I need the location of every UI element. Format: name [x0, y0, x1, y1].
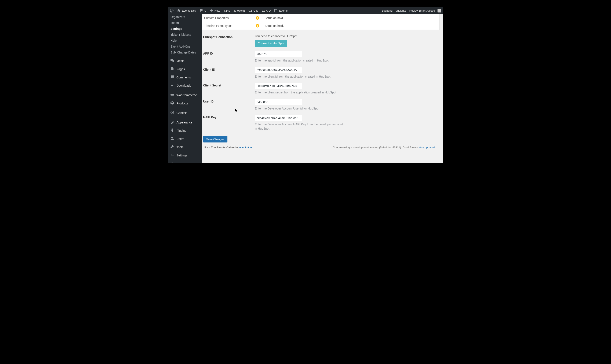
queries[interactable]: 2,377Q — [260, 7, 272, 14]
sidebar-item-label: Users — [177, 137, 184, 141]
client-id-input[interactable] — [255, 67, 302, 73]
svg-rect-2 — [171, 94, 174, 96]
user-id-label: User ID — [203, 99, 255, 111]
sidebar-item-pages[interactable]: Pages — [168, 65, 202, 73]
status-row-custom-properties: Custom Properties ! Setup on hold. — [202, 14, 439, 22]
suspend-transients[interactable]: Suspend Transients — [380, 7, 408, 14]
status-table: Custom Properties ! Setup on hold. Timel… — [202, 14, 440, 30]
new-content-link[interactable]: New — [208, 7, 222, 14]
user-id-help: Enter the Developer Account User id for … — [255, 106, 346, 111]
stay-updated-link[interactable]: stay updated — [419, 146, 434, 149]
downloads-icon — [170, 83, 174, 88]
sidebar-item-downloads[interactable]: Downloads — [168, 81, 202, 90]
new-label: New — [215, 9, 220, 12]
admin-sidebar: OrganizersImportSettingsTicket Fieldsets… — [168, 14, 202, 163]
status-label: Custom Properties — [204, 16, 256, 20]
app-id-label: APP ID — [203, 51, 255, 63]
avatar — [437, 9, 441, 13]
tools-icon — [170, 144, 174, 149]
comments-icon — [170, 75, 174, 80]
sidebar-item-settings[interactable]: Settings — [168, 151, 202, 159]
genesis-icon — [170, 110, 174, 115]
sidebar-item-comments[interactable]: Comments — [168, 73, 202, 81]
site-home-link[interactable]: Events Dev — [175, 7, 198, 14]
products-icon — [170, 101, 174, 106]
sidebar-item-label: Settings — [177, 154, 187, 157]
sidebar-item-label: WooCommerce — [177, 93, 197, 97]
sidebar-item-label: Appearance — [177, 121, 192, 124]
sidebar-item-genesis[interactable]: Genesis — [168, 109, 202, 117]
site-name: Events Dev — [182, 9, 196, 12]
client-secret-help: Enter the client secret from the applica… — [255, 91, 346, 95]
sidebar-item-label: Comments — [177, 76, 191, 79]
status-text: Setup on hold. — [265, 16, 284, 20]
collapse-icon — [170, 162, 174, 163]
client-secret-label: Client Secret — [203, 83, 255, 95]
version-notice: You are using a development version (5.4… — [333, 146, 435, 149]
hapi-key-input[interactable] — [255, 115, 302, 121]
status-row-timeline-event-types: Timeline Event Types ! Setup on hold. — [202, 22, 439, 30]
sidebar-subitem-help[interactable]: Help — [168, 38, 202, 44]
svg-point-4 — [172, 112, 173, 113]
save-changes-button[interactable]: Save Changes — [203, 136, 227, 143]
client-id-help: Enter the client id from the application… — [255, 75, 346, 79]
comments-link[interactable]: 0 — [198, 7, 207, 14]
client-id-label: Client ID — [203, 67, 255, 79]
status-label: Timeline Event Types — [204, 24, 256, 27]
sidebar-subitem-organizers[interactable]: Organizers — [168, 14, 202, 20]
users-icon — [170, 136, 174, 141]
memory[interactable]: 33,979kB — [232, 7, 247, 14]
sidebar-subitem-event-add-ons[interactable]: Event Add-Ons — [168, 44, 202, 50]
appearance-icon — [170, 120, 174, 125]
svg-point-7 — [173, 155, 174, 155]
sidebar-item-label: Downloads — [177, 84, 191, 87]
comment-count: 0 — [204, 9, 206, 12]
sidebar-subitem-ticket-fieldsets[interactable]: Ticket Fieldsets — [168, 32, 202, 38]
sidebar-item-label: Pages — [177, 67, 185, 71]
sidebar-item-tools[interactable]: Tools — [168, 143, 202, 151]
howdy-text: Howdy, Brian Jessee — [409, 9, 435, 12]
sidebar-item-appearance[interactable]: Appearance — [168, 118, 202, 126]
media-icon — [170, 58, 174, 63]
rate-plugin: Rate The Events Calendar ★★★★★ — [204, 146, 253, 149]
wp-logo-icon[interactable] — [168, 7, 175, 14]
sidebar-item-label: Media — [177, 59, 185, 63]
connection-status-text: You need to connect to HubSpot. — [255, 34, 439, 38]
events-label: Events — [279, 9, 287, 12]
status-text: Setup on hold. — [265, 24, 284, 27]
howdy-user[interactable]: Howdy, Brian Jessee — [408, 7, 443, 14]
sidebar-subitem-import[interactable]: Import — [168, 20, 202, 26]
events-link[interactable]: Events — [272, 7, 289, 14]
content-area: Custom Properties ! Setup on hold. Timel… — [202, 14, 443, 163]
sidebar-item-media[interactable]: Media — [168, 57, 202, 65]
sidebar-subitem-bulk-change-dates[interactable]: Bulk Change Dates — [168, 50, 202, 55]
timing-1[interactable]: 4.14s — [222, 7, 232, 14]
hubspot-connection-label: HubSpot Connection — [203, 34, 255, 47]
svg-rect-1 — [275, 10, 277, 12]
svg-point-5 — [171, 137, 173, 138]
user-id-input[interactable] — [255, 99, 302, 105]
connect-hubspot-button[interactable]: Connect to HubSpot — [255, 40, 287, 47]
sidebar-item-collapse[interactable]: Collapse menu — [168, 161, 202, 163]
pages-icon — [170, 66, 174, 71]
sidebar-item-products[interactable]: Products — [168, 99, 202, 107]
plugins-icon — [170, 128, 174, 133]
warning-icon: ! — [256, 24, 259, 27]
sidebar-item-label: Products — [177, 102, 188, 105]
sidebar-item-woocommerce[interactable]: WooCommerce — [168, 91, 202, 99]
hapi-key-help: Enter the Developer Account HAPI Key fro… — [255, 122, 346, 131]
woocommerce-icon — [170, 92, 174, 97]
star-rating[interactable]: ★★★★★ — [239, 146, 253, 149]
hapi-key-label: HAPI Key — [203, 115, 255, 131]
sidebar-item-users[interactable]: Users — [168, 135, 202, 143]
svg-point-8 — [172, 156, 172, 156]
sidebar-item-plugins[interactable]: Plugins — [168, 126, 202, 135]
client-secret-input[interactable] — [255, 83, 302, 89]
timing-2[interactable]: 0.6704s — [247, 7, 260, 14]
admin-bar: Events Dev 0 New 4.14s 33,979kB 0.6704s … — [168, 7, 443, 14]
sidebar-item-label: Plugins — [177, 129, 186, 132]
app-id-input[interactable] — [255, 51, 302, 57]
sidebar-item-label: Tools — [177, 145, 183, 149]
sidebar-subitem-settings[interactable]: Settings — [168, 26, 202, 32]
svg-point-6 — [171, 154, 172, 155]
